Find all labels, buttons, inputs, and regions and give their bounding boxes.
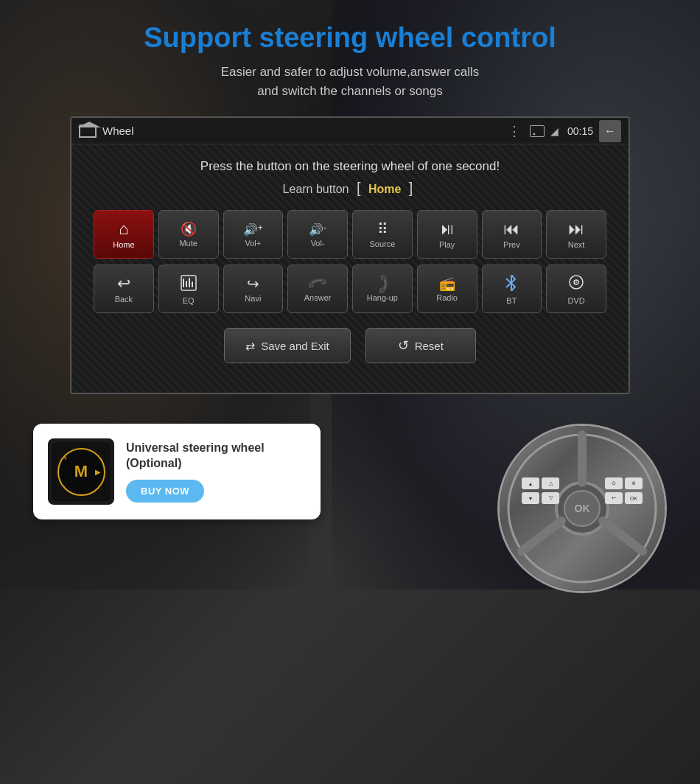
volplus-label: Vol+ <box>245 239 262 248</box>
radio-icon: 📻 <box>439 277 455 290</box>
mute-icon: 🔇 <box>181 223 197 236</box>
btn-home[interactable]: ⌂ Home <box>94 210 154 259</box>
home-btn-label: Home <box>113 240 134 249</box>
mute-label: Mute <box>179 239 197 248</box>
home-btn-icon: ⌂ <box>119 221 128 237</box>
screen-title: Wheel <box>102 125 508 137</box>
device-screen: Wheel ⋮ ◢ 00:15 ← Press the button on th… <box>70 116 630 394</box>
subtitle-line1: Easier and safer to adjust volume,answer… <box>221 65 480 79</box>
action-buttons-row: ⇄ Save and Exit ↺ Reset <box>94 328 606 378</box>
button-grid-row2: ↩ Back EQ <box>94 265 606 313</box>
hangup-icon: 📞 <box>372 273 393 294</box>
volminus-label: Vol- <box>311 239 325 248</box>
product-info: Universal steering wheel(Optional) BUY N… <box>126 441 306 503</box>
product-image: M + - ▶ <box>48 438 114 505</box>
btn-radio[interactable]: 📻 Radio <box>417 265 477 313</box>
save-exit-label: Save and Exit <box>261 340 329 352</box>
svg-point-7 <box>575 281 577 283</box>
answer-icon: 📞 <box>308 273 328 294</box>
home-icon <box>79 125 97 138</box>
btn-source[interactable]: ⠿ Source <box>352 210 413 259</box>
svg-rect-4 <box>192 281 193 287</box>
steering-wheel-image: ▲ △ ▼ ▽ ⊙ ⊚ ↩ OK <box>497 424 667 593</box>
press-instruction: Press the button on the steering wheel o… <box>94 159 606 174</box>
status-icons: ◢ 00:15 <box>530 125 593 137</box>
save-exit-button[interactable]: ⇄ Save and Exit <box>224 328 351 363</box>
btn-prev[interactable]: ⏮ Prev <box>482 210 542 259</box>
reset-icon: ↺ <box>398 337 409 354</box>
next-icon: ⏭ <box>568 221 584 237</box>
play-label: Play <box>439 240 455 249</box>
play-icon: ⏯ <box>439 221 455 237</box>
btn-navi[interactable]: ↪ Navi <box>223 265 284 313</box>
status-time: 00:15 <box>567 125 593 137</box>
navi-icon: ↪ <box>247 276 259 291</box>
btn-dvd[interactable]: DVD <box>546 265 606 313</box>
svg-line-11 <box>522 521 561 551</box>
save-exit-icon: ⇄ <box>245 339 255 353</box>
learn-label: Learn button <box>283 183 349 195</box>
bottom-section: M + - ▶ Universal steering wheel(Optiona… <box>18 424 682 593</box>
btn-vol-plus[interactable]: 🔊+ Vol+ <box>223 210 284 259</box>
svg-rect-2 <box>186 281 187 287</box>
source-label: Source <box>369 239 395 248</box>
main-content: Support steering wheel control Easier an… <box>0 0 700 593</box>
btn-eq[interactable]: EQ <box>158 265 219 313</box>
back-btn-label: Back <box>115 295 133 304</box>
image-icon <box>530 125 545 137</box>
buy-now-button[interactable]: BUY NOW <box>126 480 204 503</box>
signal-icon: ◢ <box>550 125 559 137</box>
page-title: Support steering wheel control <box>144 22 556 54</box>
bracket-open: [ <box>357 180 361 196</box>
btn-mute[interactable]: 🔇 Mute <box>158 210 219 259</box>
hangup-label: Hang-up <box>367 293 398 302</box>
svg-line-12 <box>603 521 643 551</box>
status-bar: Wheel ⋮ ◢ 00:15 ← <box>71 118 629 144</box>
prev-icon: ⏮ <box>503 221 519 237</box>
learn-current-value: Home <box>368 183 401 195</box>
reset-label: Reset <box>415 340 444 352</box>
svg-rect-3 <box>189 278 190 287</box>
btn-play[interactable]: ⏯ Play <box>417 210 477 259</box>
btn-answer[interactable]: 📞 Answer <box>287 265 348 313</box>
navi-label: Navi <box>245 294 261 303</box>
dvd-label: DVD <box>568 296 585 305</box>
product-name: Universal steering wheel(Optional) <box>126 441 306 472</box>
dvd-icon <box>568 274 584 293</box>
source-icon: ⠿ <box>377 222 388 237</box>
bt-icon <box>505 275 518 293</box>
screen-body: Press the button on the steering wheel o… <box>71 144 629 393</box>
button-grid-row1: ⌂ Home 🔇 Mute 🔊+ Vol+ 🔊- <box>94 210 606 259</box>
bt-label: BT <box>506 296 517 305</box>
btn-hangup[interactable]: 📞 Hang-up <box>352 265 413 313</box>
svg-rect-1 <box>183 279 184 287</box>
radio-label: Radio <box>436 293 458 302</box>
reset-button[interactable]: ↺ Reset <box>365 328 476 363</box>
volminus-icon: 🔊- <box>309 223 326 236</box>
btn-vol-minus[interactable]: 🔊- Vol- <box>287 210 348 259</box>
btn-next[interactable]: ⏭ Next <box>546 210 606 259</box>
product-card: M + - ▶ Universal steering wheel(Optiona… <box>33 424 321 519</box>
back-btn-icon: ↩ <box>117 276 130 292</box>
bracket-close: ] <box>409 180 413 196</box>
subtitle-line2: and switch the channels or songs <box>257 84 442 98</box>
answer-label: Answer <box>304 293 332 302</box>
prev-label: Prev <box>503 240 520 249</box>
next-label: Next <box>568 240 585 249</box>
btn-back[interactable]: ↩ Back <box>94 265 154 313</box>
eq-label: EQ <box>183 296 195 305</box>
back-button[interactable]: ← <box>599 120 621 142</box>
volplus-icon: 🔊+ <box>243 223 263 236</box>
btn-bt[interactable]: BT <box>482 265 542 313</box>
learn-button-row: Learn button [ Home ] <box>94 180 606 197</box>
eq-icon <box>181 275 197 293</box>
menu-dots[interactable]: ⋮ <box>508 123 521 139</box>
subtitle: Easier and safer to adjust volume,answer… <box>221 63 480 100</box>
